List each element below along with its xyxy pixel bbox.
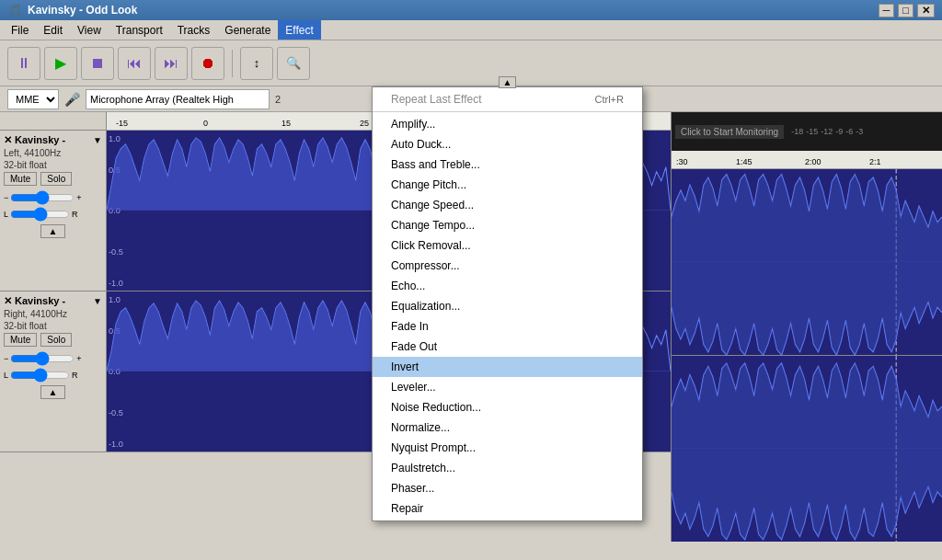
effect-basstreble[interactable]: Bass and Treble... [373,154,642,175]
maximize-button[interactable]: □ [898,4,913,17]
track-2-pan-area: L R [4,369,102,382]
effect-changepitch[interactable]: Change Pitch... [373,175,642,195]
track-1-gain-area: − + [4,191,102,204]
menu-generate[interactable]: Generate [217,20,278,40]
zoom-tool[interactable]: 🔍 [277,47,310,80]
vu-mark-neg15: -15 [806,127,818,136]
stop-button[interactable]: ⏹ [81,47,114,80]
mic-icon: 🎤 [64,92,80,107]
effect-normalize[interactable]: Normalize... [373,417,642,438]
vu-mark-neg6: -6 [845,127,853,136]
svg-text:-0.5: -0.5 [109,247,123,257]
gain-plus-icon: + [76,193,81,202]
right-ruler-mark-21: 2:1 [869,157,881,166]
effect-repeat-shortcut: Ctrl+R [595,94,624,105]
effect-fadein[interactable]: Fade In [373,316,642,337]
track-2-gain-area: − + [4,352,102,365]
track-2-name: Kavinsky - [15,295,65,306]
vu-meter-label[interactable]: Click to Start Monitoring [675,125,784,139]
effect-leveler[interactable]: Leveler... [373,377,642,397]
skip-end-button[interactable]: ⏭ [155,47,188,80]
track-2-gain-plus: + [76,354,81,363]
vu-mark-neg3: -3 [856,127,863,136]
track-1-solo[interactable]: Solo [40,172,72,186]
track-1-mute[interactable]: Mute [4,172,37,186]
vu-mark-neg9: -9 [835,127,843,136]
track-2-mute[interactable]: Mute [4,333,37,347]
effect-phaser[interactable]: Phaser... [373,478,642,498]
vu-mark-neg12: -12 [821,127,833,136]
effect-nyquist[interactable]: Nyquist Prompt... [373,438,642,458]
track-1-collapse[interactable]: ▲ [40,224,66,238]
track-1-close[interactable]: ✕ Kavinsky - [4,134,65,146]
channel-count: 2 [275,94,281,105]
vu-meter-bar: Click to Start Monitoring -18 -15 -12 -9… [672,112,942,151]
menu-file[interactable]: File [4,20,36,40]
track-1-gain-slider[interactable] [10,191,75,204]
track-1-channel: Left, 44100Hz [4,148,102,158]
host-select[interactable]: MME [7,89,59,109]
ruler-mark-15: 15 [281,119,291,128]
menu-view[interactable]: View [70,20,109,40]
skip-start-button[interactable]: ⏮ [118,47,151,80]
right-wave-1-svg [672,169,942,355]
right-ruler-mark-145: 1:45 [736,157,752,166]
track-1-pan-slider[interactable] [10,208,70,221]
track-2-channel: Right, 44100Hz [4,309,102,319]
svg-text:1.0: 1.0 [109,295,121,304]
track-2-collapse[interactable]: ▲ [40,385,66,399]
effect-changespeed[interactable]: Change Speed... [373,195,642,215]
effect-fadeout[interactable]: Fade Out [373,337,642,357]
track-2-pan-slider[interactable] [10,369,70,382]
tool-selector[interactable]: ↕ [240,47,273,80]
track-1-controls: ✕ Kavinsky - ▼ Left, 44100Hz 32-bit floa… [0,131,107,291]
track-2-dropdown[interactable]: ▼ [93,296,102,306]
ruler-mark-25: 25 [360,119,369,128]
effect-autoduck[interactable]: Auto Duck... [373,134,642,154]
vu-mark-neg18: -18 [791,127,803,136]
menu-bar: File Edit View Transport Tracks Generate… [0,20,942,40]
effect-echo[interactable]: Echo... [373,276,642,296]
play-button[interactable]: ▶ [44,47,77,80]
close-button[interactable]: ✕ [917,4,935,17]
effect-clickremoval[interactable]: Click Removal... [373,235,642,256]
effect-repair[interactable]: Repair [373,498,642,519]
track-1-bitdepth: 32-bit float [4,160,102,170]
input-device-field[interactable] [86,89,270,109]
right-track-2-waveform[interactable] [672,356,942,542]
menu-transport[interactable]: Transport [109,20,170,40]
track-2-solo[interactable]: Solo [40,333,72,347]
right-ruler-mark-30: :30 [676,157,688,166]
effect-equalization[interactable]: Equalization... [373,296,642,316]
effect-amplify[interactable]: Amplify... [373,114,642,134]
record-button[interactable]: ⏺ [191,47,224,80]
menu-edit[interactable]: Edit [36,20,70,40]
svg-text:-1.0: -1.0 [109,440,123,449]
track-2-close[interactable]: ✕ Kavinsky - [4,295,65,307]
title-bar: 🎵 Kavinsky - Odd Look ─ □ ✕ [0,0,942,20]
track-2-pan-r: R [72,371,78,380]
toolbar-separator [232,50,233,77]
track-2-gain-slider[interactable] [10,352,75,365]
effect-repeat-label: Repeat Last Effect [391,93,482,106]
menu-tracks[interactable]: Tracks [170,20,218,40]
svg-text:-1.0: -1.0 [109,279,123,288]
ruler-mark-neg15: -15 [116,119,128,128]
track-2-pan-l: L [4,371,8,380]
app-icon: 🎵 [7,4,22,17]
menu-effect[interactable]: Effect [278,20,320,40]
right-ruler: :30 1:45 2:00 2:1 [672,151,942,169]
track-1-dropdown[interactable]: ▼ [93,135,102,145]
right-track-1-waveform[interactable] [672,169,942,356]
pause-button[interactable]: ⏸ [7,47,40,80]
minimize-button[interactable]: ─ [879,4,895,17]
scroll-up-arrow[interactable]: ▲ [499,76,517,88]
effect-invert[interactable]: Invert [373,357,642,377]
effect-noisereduction[interactable]: Noise Reduction... [373,397,642,417]
effect-compressor[interactable]: Compressor... [373,256,642,276]
effect-paulstretch[interactable]: Paulstretch... [373,458,642,478]
effect-changetempo[interactable]: Change Tempo... [373,215,642,235]
track-2-controls: ✕ Kavinsky - ▼ Right, 44100Hz 32-bit flo… [0,291,107,451]
track-1-pan-area: L R [4,208,102,221]
right-ruler-mark-200: 2:00 [805,157,821,166]
